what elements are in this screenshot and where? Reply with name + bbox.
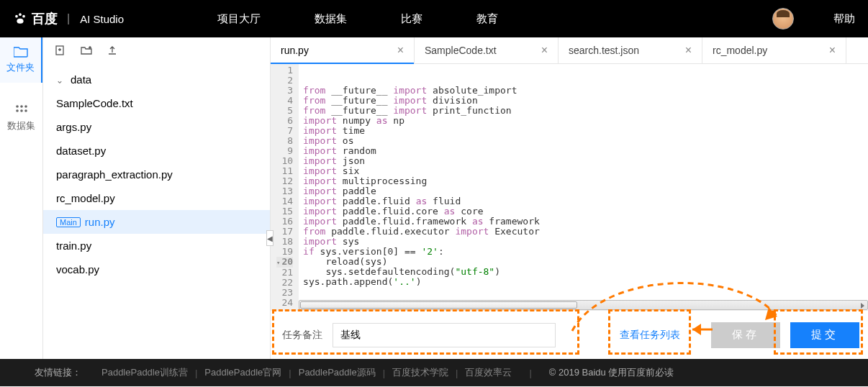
svg-point-7: [16, 109, 19, 112]
tree-file[interactable]: dataset.py: [43, 139, 270, 163]
svg-point-9: [24, 109, 27, 112]
top-nav: 百度 | AI Studio 项目大厅 数据集 比赛 教育 帮助: [0, 0, 868, 37]
footer: 友情链接： PaddlePaddle训练营| PaddlePaddle官网| P…: [0, 359, 868, 386]
help-link[interactable]: 帮助: [833, 12, 855, 26]
footer-link[interactable]: 百度效率云: [465, 366, 512, 379]
footer-link[interactable]: PaddlePaddle源码: [299, 366, 376, 379]
submit-button[interactable]: 提交: [790, 322, 859, 348]
svg-point-6: [24, 105, 27, 108]
tree-file[interactable]: SampleCode.txt: [43, 91, 270, 115]
action-bar: 任务备注 查看任务列表 保存 提交: [271, 310, 868, 359]
tree-file[interactable]: vocab.py: [43, 258, 270, 281]
brand-separator: |: [67, 12, 70, 25]
nav-items: 项目大厅 数据集 比赛 教育: [217, 12, 498, 26]
tree-file[interactable]: paragraph_extraction.py: [43, 163, 270, 186]
editor-tab[interactable]: search.test.json×: [559, 37, 702, 63]
brand-logo[interactable]: 百度 | AI Studio: [13, 10, 124, 27]
main-area: 文件夹 数据集 data SampleCode.txt args.py data…: [0, 37, 868, 359]
datasets-label: 数据集: [7, 120, 35, 131]
svg-point-5: [20, 105, 23, 108]
tree-file-selected[interactable]: Main run.py: [43, 210, 270, 234]
editor-tab[interactable]: SampleCode.txt×: [415, 37, 559, 63]
tab-label: run.py: [281, 45, 309, 56]
footer-label: 友情链接：: [35, 366, 81, 379]
tree-file[interactable]: train.py: [43, 234, 270, 258]
close-icon[interactable]: ×: [829, 44, 836, 57]
editor-tabs: run.py× SampleCode.txt× search.test.json…: [271, 37, 868, 63]
save-button[interactable]: 保存: [711, 322, 780, 348]
scrollbar-thumb[interactable]: [300, 301, 577, 309]
footer-link[interactable]: 百度技术学院: [392, 366, 448, 379]
svg-point-3: [17, 19, 23, 24]
svg-point-4: [16, 105, 19, 108]
left-sidebar: 文件夹 数据集: [0, 37, 43, 359]
new-file-icon[interactable]: [55, 45, 66, 56]
nav-projects[interactable]: 项目大厅: [217, 12, 261, 26]
files-label: 文件夹: [6, 62, 35, 73]
close-icon[interactable]: ×: [685, 44, 692, 57]
paw-icon: [13, 12, 27, 26]
brand-main: 百度: [32, 10, 57, 27]
svg-point-1: [19, 13, 22, 16]
close-icon[interactable]: ×: [397, 44, 404, 57]
footer-copyright: © 2019 Baidu 使用百度前必读: [549, 366, 674, 379]
folder-icon: [14, 46, 28, 58]
view-task-list-link[interactable]: 查看任务列表: [620, 329, 680, 342]
sidebar-tab-files[interactable]: 文件夹: [0, 37, 42, 83]
file-tree: data SampleCode.txt args.py dataset.py p…: [43, 68, 270, 281]
close-icon[interactable]: ×: [541, 44, 548, 57]
tree-folder-data[interactable]: data: [43, 68, 270, 91]
avatar[interactable]: [772, 8, 794, 29]
tab-label: search.test.json: [569, 45, 639, 56]
file-toolbar: [43, 45, 270, 56]
line-gutter: 12345678910111213141516171819▾2021222324: [271, 64, 299, 310]
svg-point-0: [15, 15, 18, 18]
tree-file[interactable]: rc_model.py: [43, 186, 270, 210]
editor-tab[interactable]: run.py×: [271, 37, 415, 63]
editor-tab[interactable]: rc_model.py×: [702, 37, 846, 63]
tab-label: rc_model.py: [713, 45, 767, 56]
tab-label: SampleCode.txt: [425, 45, 497, 56]
nav-right: 帮助: [772, 8, 855, 29]
nav-datasets[interactable]: 数据集: [315, 12, 347, 26]
svg-point-8: [20, 109, 23, 112]
grid-icon: [15, 104, 28, 116]
nav-competitions[interactable]: 比赛: [401, 12, 422, 26]
svg-point-2: [22, 15, 25, 18]
code-content[interactable]: from __future__ import absolute_importfr…: [299, 64, 868, 310]
editor-area: run.py× SampleCode.txt× search.test.json…: [270, 37, 868, 359]
folder-name: data: [71, 73, 91, 86]
main-badge: Main: [56, 217, 81, 227]
collapse-handle-icon[interactable]: ◀: [266, 230, 273, 246]
task-note-input[interactable]: [333, 323, 556, 347]
code-editor[interactable]: 12345678910111213141516171819▾2021222324…: [271, 63, 868, 310]
sidebar-tab-datasets[interactable]: 数据集: [0, 96, 42, 141]
nav-education[interactable]: 教育: [476, 12, 498, 26]
horizontal-scrollbar[interactable]: [299, 300, 868, 310]
new-folder-icon[interactable]: [81, 45, 92, 56]
tree-file[interactable]: args.py: [43, 115, 270, 139]
file-panel: data SampleCode.txt args.py dataset.py p…: [43, 37, 270, 359]
tree-file-name: run.py: [85, 216, 115, 228]
footer-link[interactable]: PaddlePaddle训练营: [101, 366, 188, 379]
task-note-label: 任务备注: [282, 329, 322, 342]
upload-icon[interactable]: [107, 45, 118, 56]
footer-link[interactable]: PaddlePaddle官网: [204, 366, 281, 379]
brand-sub: AI Studio: [80, 13, 124, 25]
